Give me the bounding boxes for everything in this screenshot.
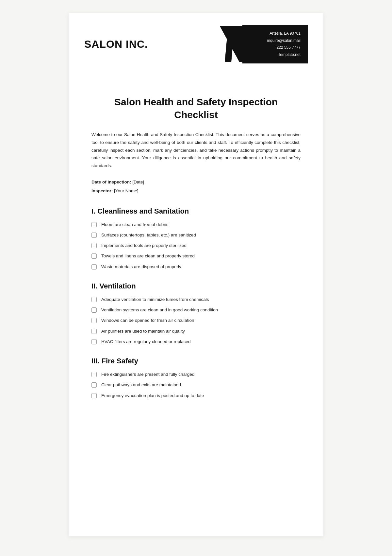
list-item: Towels and linens are clean and properly… — [91, 253, 301, 259]
section-2-title: II. Ventilation — [91, 282, 301, 290]
company-website: Template.net — [250, 51, 301, 59]
list-item: Surfaces (countertops, tables, etc.) are… — [91, 232, 301, 238]
list-item: Waste materials are disposed of properly — [91, 264, 301, 270]
section-1-title: I. Cleanliness and Sanitation — [91, 207, 301, 216]
checkbox-icon[interactable] — [91, 339, 97, 344]
meta-info: Date of Inspection: [Date] Inspector: [Y… — [91, 178, 301, 195]
checkbox-icon[interactable] — [91, 233, 97, 238]
company-address: Artesia, LA 90701 — [250, 30, 301, 37]
checkbox-icon[interactable] — [91, 318, 97, 323]
checkbox-icon[interactable] — [91, 307, 97, 313]
page: SALON INC. Artesia, LA 90701 inquire@sal… — [69, 13, 323, 536]
company-name: SALON INC. — [84, 38, 148, 50]
company-phone: 222 555 7777 — [250, 44, 301, 51]
list-item: Implements and tools are properly steril… — [91, 242, 301, 249]
section-1-checklist: Floors are clean and free of debris Surf… — [91, 221, 301, 270]
intro-paragraph: Welcome to our Salon Health and Safety I… — [91, 131, 301, 169]
section-3-title: III. Fire Safety — [91, 357, 301, 365]
section-3-checklist: Fire extinguishers are present and fully… — [91, 371, 301, 399]
list-item: Emergency evacuation plan is posted and … — [91, 392, 301, 399]
checkbox-icon[interactable] — [91, 372, 97, 377]
checkbox-icon[interactable] — [91, 297, 97, 302]
header-right: Artesia, LA 90701 inquire@salon.mail 222… — [210, 25, 308, 63]
list-item: Ventilation systems are clean and in goo… — [91, 307, 301, 313]
checkbox-icon[interactable] — [91, 264, 97, 269]
list-item: HVAC filters are regularly cleaned or re… — [91, 339, 301, 345]
checkbox-icon[interactable] — [91, 393, 97, 398]
list-item: Air purifiers are used to maintain air q… — [91, 328, 301, 335]
company-email: inquire@salon.mail — [250, 37, 301, 44]
list-item: Windows can be opened for fresh air circ… — [91, 317, 301, 324]
list-item: Adequate ventilation to minimize fumes f… — [91, 296, 301, 303]
checkbox-icon[interactable] — [91, 222, 97, 227]
header: SALON INC. Artesia, LA 90701 inquire@sal… — [69, 13, 323, 73]
list-item: Clear pathways and exits are maintained — [91, 382, 301, 388]
checkbox-icon[interactable] — [91, 243, 97, 248]
list-item: Fire extinguishers are present and fully… — [91, 371, 301, 378]
body-content: Salon Health and Safety Inspection Check… — [69, 73, 323, 422]
checkbox-icon[interactable] — [91, 253, 97, 259]
diagonal-decoration-icon — [210, 26, 243, 62]
list-item: Floors are clean and free of debris — [91, 221, 301, 228]
date-field: Date of Inspection: [Date] — [91, 178, 301, 186]
document-title: Salon Health and Safety Inspection Check… — [91, 96, 301, 121]
contact-box: Artesia, LA 90701 inquire@salon.mail 222… — [242, 25, 308, 63]
logo-area: SALON INC. — [84, 25, 210, 63]
checkbox-icon[interactable] — [91, 329, 97, 334]
inspector-field: Inspector: [Your Name] — [91, 186, 301, 195]
section-2-checklist: Adequate ventilation to minimize fumes f… — [91, 296, 301, 345]
checkbox-icon[interactable] — [91, 382, 97, 388]
